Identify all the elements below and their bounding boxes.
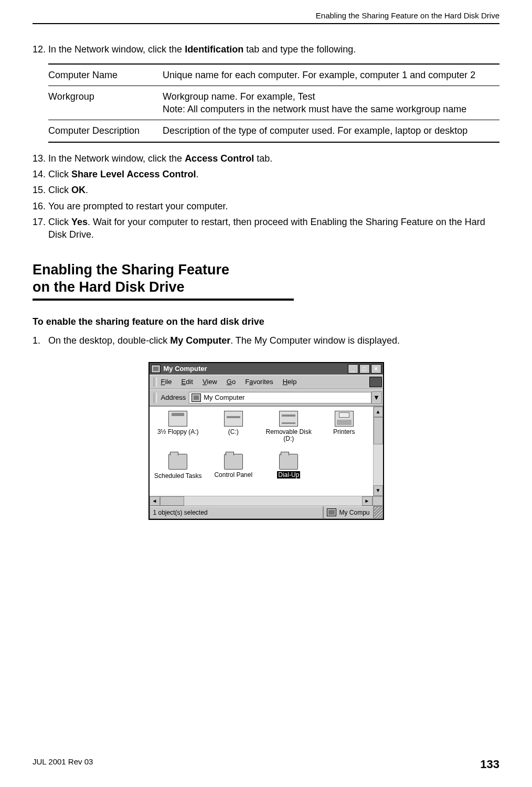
bold-text: My Computer: [170, 335, 230, 346]
floppy-icon: [168, 411, 187, 427]
table-desc: Workgroup name. For example, TestNote: A…: [163, 86, 499, 120]
status-text: 1 object(s) selected: [150, 506, 324, 519]
icon-label: (C:): [228, 428, 239, 435]
my-computer-icon: [327, 508, 336, 516]
status-zone: My Compu: [323, 506, 373, 519]
drive-icon-removable-disk-d[interactable]: Removable Disk (D:): [261, 411, 317, 454]
step-number: 15.: [33, 184, 48, 196]
status-bar: 1 object(s) selected My Compu: [150, 506, 383, 519]
step-text: You are prompted to restart your compute…: [48, 200, 499, 212]
resize-grip[interactable]: [374, 506, 383, 519]
step-number: 17.: [33, 216, 48, 241]
step-list-2: 13.In the Network window, click the Acce…: [33, 152, 499, 241]
close-button[interactable]: ×: [371, 364, 381, 374]
drive-icon-control-panel[interactable]: Control Panel: [206, 454, 261, 496]
step-text: On the desktop, double-click My Computer…: [48, 334, 499, 347]
menu-bar[interactable]: FileEditViewGoFavoritesHelp: [150, 375, 383, 389]
icon-label: Removable Disk (D:): [266, 428, 312, 442]
bold-text: Identification: [185, 44, 243, 55]
hdd-icon: [224, 411, 243, 427]
scroll-down-button[interactable]: ▼: [374, 485, 383, 496]
step-number: 16.: [33, 200, 48, 212]
bold-text: Access Control: [185, 153, 254, 164]
table-label: Computer Name: [48, 64, 163, 86]
step-text: Click OK.: [48, 184, 499, 196]
icon-label: Scheduled Tasks: [154, 472, 202, 480]
my-computer-icon: [191, 393, 201, 402]
scroll-thumb[interactable]: [160, 496, 184, 506]
folder-icon: [279, 454, 298, 470]
section-rule: [33, 299, 294, 301]
address-bar[interactable]: Address My Computer ▼: [150, 389, 383, 406]
scroll-thumb[interactable]: [374, 417, 383, 444]
folder-icon: [168, 454, 187, 470]
table-desc: Unique name for each computer. For examp…: [163, 64, 499, 86]
step-number: 13.: [33, 152, 48, 165]
step-number: 12.: [33, 43, 48, 56]
address-dropdown-button[interactable]: ▼: [371, 391, 382, 404]
icon-label: Control Panel: [214, 471, 252, 478]
subheading: To enable the sharing feature on the har…: [33, 315, 499, 328]
address-value: My Computer: [204, 393, 244, 402]
text: tab and type the following.: [243, 44, 356, 55]
address-label: Address: [161, 393, 186, 402]
menu-edit[interactable]: Edit: [181, 378, 193, 386]
icon-label: Printers: [333, 428, 355, 435]
scroll-up-button[interactable]: ▲: [374, 407, 383, 417]
maximize-button[interactable]: □: [359, 364, 370, 374]
window-title: My Computer: [164, 364, 207, 374]
address-field[interactable]: My Computer: [189, 392, 371, 403]
rebar-grip[interactable]: [154, 392, 157, 403]
menu-help[interactable]: Help: [283, 378, 297, 386]
scroll-track[interactable]: [374, 444, 383, 485]
icon-label: Dial-Up: [277, 471, 300, 478]
status-zone-text: My Compu: [339, 508, 369, 517]
table-label: Computer Description: [48, 120, 163, 142]
running-header: Enabling the Sharing Feature on the Hard…: [33, 10, 499, 24]
step-text: Click Share Level Access Control.: [48, 168, 499, 180]
footer-revision: JUL 2001 Rev 03: [33, 757, 93, 772]
heading-line: Enabling the Sharing Feature: [33, 262, 229, 278]
horizontal-scrollbar[interactable]: ◄ ►: [150, 496, 383, 506]
folder-icon: [224, 454, 243, 470]
drive-icon-c[interactable]: (C:): [206, 411, 261, 454]
text: In the Network window, click the: [48, 44, 185, 55]
throbber-icon: [369, 377, 382, 387]
system-menu-icon[interactable]: [151, 365, 161, 373]
client-area[interactable]: 3½ Floppy (A:)(C:)Removable Disk (D:)Pri…: [150, 406, 383, 496]
drive-icon-3-floppy-a[interactable]: 3½ Floppy (A:): [151, 411, 206, 454]
vertical-scrollbar[interactable]: ▲ ▼: [373, 407, 383, 496]
remov-icon: [279, 411, 298, 427]
step-number: 1.: [33, 334, 48, 347]
table-desc: Description of the type of computer used…: [163, 120, 499, 142]
step-number: 14.: [33, 168, 48, 180]
drive-icon-printers[interactable]: Printers: [316, 411, 372, 454]
heading-line: on the Hard Disk Drive: [33, 279, 185, 295]
identification-table: Computer NameUnique name for each comput…: [48, 63, 499, 143]
my-computer-window: My Computer _ □ × FileEditViewGoFavorite…: [148, 362, 384, 520]
menu-file[interactable]: File: [161, 378, 172, 386]
scroll-left-button[interactable]: ◄: [150, 496, 160, 506]
section-heading: Enabling the Sharing Feature on the Hard…: [33, 261, 499, 297]
page-footer: JUL 2001 Rev 03 133: [33, 757, 499, 772]
bold-text: Yes: [71, 217, 88, 227]
icon-label: 3½ Floppy (A:): [157, 428, 199, 435]
titlebar[interactable]: My Computer _ □ ×: [150, 363, 383, 375]
scrollbar-corner: [373, 496, 383, 506]
menu-favorites[interactable]: Favorites: [245, 378, 273, 386]
minimize-button[interactable]: _: [348, 364, 358, 374]
menu-go[interactable]: Go: [227, 378, 236, 386]
scroll-track[interactable]: [184, 496, 362, 506]
printer-icon: [335, 411, 354, 427]
table-label: Workgroup: [48, 86, 163, 120]
step-list-3: 1.On the desktop, double-click My Comput…: [33, 334, 499, 347]
page-number: 133: [480, 757, 499, 772]
scroll-right-button[interactable]: ►: [362, 496, 373, 506]
step-text: In the Network window, click the Access …: [48, 152, 499, 165]
menu-view[interactable]: View: [203, 378, 217, 386]
rebar-grip[interactable]: [154, 377, 157, 387]
step-text: Click Yes. Wait for your computer to res…: [48, 216, 499, 241]
step-text: In the Network window, click the Identif…: [48, 43, 499, 56]
drive-icon-dial-up[interactable]: Dial-Up: [261, 454, 317, 496]
drive-icon-scheduled-tasks[interactable]: Scheduled Tasks: [151, 454, 206, 496]
